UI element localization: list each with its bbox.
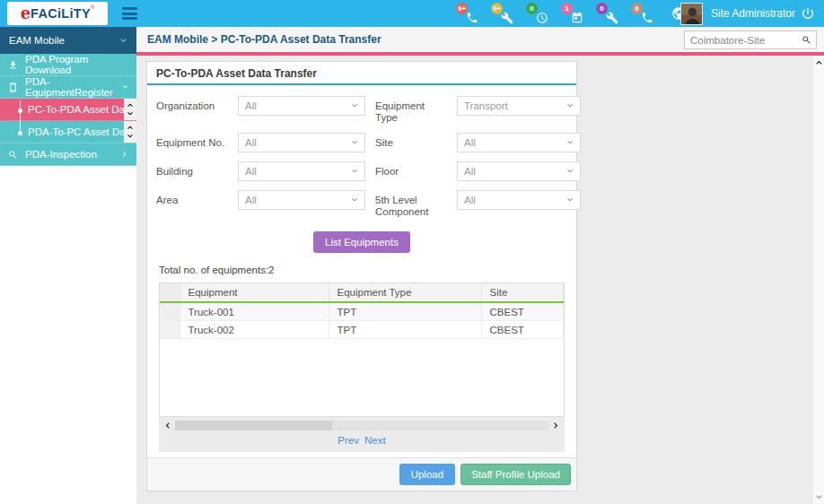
- submenu-scroll-control[interactable]: [124, 99, 136, 120]
- table-header-equipment[interactable]: Equipment: [180, 283, 329, 302]
- workorders-notification-button[interactable]: 9+: [491, 2, 514, 26]
- submenu-scroll-control[interactable]: [124, 121, 136, 143]
- row-gutter: [160, 302, 180, 321]
- workorders-badge: 9+: [491, 3, 503, 14]
- list-equipments-button[interactable]: List Equipments: [313, 231, 410, 253]
- chevron-down-icon: [127, 110, 134, 117]
- table-row[interactable]: Truck-002 TPT CBEST: [160, 321, 564, 339]
- scroll-up-icon[interactable]: [815, 58, 823, 66]
- equipments-table: Equipment Equipment Type Site Truck-001 …: [160, 283, 564, 339]
- chevron-down-icon: [566, 196, 574, 204]
- chevron-left-icon: [163, 421, 171, 430]
- chevron-down-icon: [351, 196, 358, 204]
- wrench-icon: [501, 12, 513, 24]
- staff-profile-upload-button[interactable]: Staff Profile Upload: [460, 464, 571, 485]
- selected-value: All: [464, 195, 476, 205]
- prev-page-link[interactable]: Prev: [337, 435, 359, 446]
- clock-icon: [536, 12, 548, 24]
- chevron-up-icon: [127, 124, 134, 131]
- bullet-icon: [18, 131, 22, 135]
- app-window: eFACiLiTY® 9+ 9+ 0 1 0: [0, 0, 824, 504]
- bullet-icon: [18, 109, 22, 113]
- sidebar-item-pda-equipment-register[interactable]: PDA-EquipmentRegister: [0, 76, 136, 99]
- cell-equipment: Truck-001: [180, 302, 329, 321]
- cell-site: CBEST: [481, 321, 564, 339]
- floor-select[interactable]: All: [457, 161, 581, 181]
- equipment-type-select[interactable]: Transport: [457, 96, 581, 116]
- phone-icon: [466, 12, 478, 24]
- site-search-box: [684, 30, 817, 49]
- scroll-left-button[interactable]: [163, 421, 171, 430]
- module-selector-dropdown[interactable]: EAM Mobile: [0, 27, 136, 54]
- building-select[interactable]: All: [238, 161, 365, 181]
- equipments-table-container: Equipment Equipment Type Site Truck-001 …: [159, 282, 565, 417]
- schedule-badge: 1: [561, 3, 573, 14]
- search-icon: [8, 150, 18, 160]
- missed-calls-notification-button[interactable]: 0: [631, 2, 654, 26]
- site-search-input[interactable]: [685, 35, 802, 46]
- scrollbar-track[interactable]: [175, 421, 548, 430]
- organization-select[interactable]: All: [238, 96, 365, 116]
- cell-equipment: Truck-002: [180, 321, 329, 339]
- hamburger-menu-icon[interactable]: [122, 5, 137, 22]
- sidebar-item-pda-inspection[interactable]: PDA-Inspection: [0, 143, 136, 166]
- registered-mark: ®: [91, 4, 94, 10]
- chevron-down-icon: [119, 37, 127, 45]
- calls-notification-button[interactable]: 9+: [456, 2, 479, 26]
- selected-value: All: [245, 100, 257, 111]
- efacility-logo[interactable]: eFACiLiTY®: [7, 2, 108, 25]
- sidebar-item-pc-to-pda-asset-data[interactable]: PC-To-PDA Asset Data: [0, 99, 136, 121]
- pagination: PrevNext: [159, 433, 565, 452]
- power-icon: [801, 6, 815, 21]
- selected-value: All: [464, 166, 476, 177]
- sidebar-subitem-label: PC-To-PDA Asset Data: [28, 104, 134, 115]
- sidebar-item-pda-to-pc-asset-data[interactable]: PDA-To-PC Asset Data: [0, 121, 136, 143]
- equipment-no-select[interactable]: All: [238, 133, 365, 152]
- total-equipments-label: Total no. of equipments:2: [147, 256, 576, 278]
- pending-time-notification-button[interactable]: 0: [526, 2, 549, 26]
- module-selector-label: EAM Mobile: [9, 35, 65, 46]
- search-icon[interactable]: [802, 35, 811, 45]
- site-select[interactable]: All: [457, 133, 581, 152]
- schedule-notification-button[interactable]: 1: [561, 2, 584, 26]
- mobile-device-icon: [8, 83, 18, 92]
- sidebar-item-label: PDA Program Download: [25, 54, 128, 75]
- top-header: eFACiLiTY® 9+ 9+ 0 1 0: [0, 0, 824, 27]
- table-row[interactable]: Truck-001 TPT CBEST: [160, 302, 564, 321]
- maintenance-notification-button[interactable]: 0: [596, 2, 619, 26]
- field-label-area: Area: [156, 190, 228, 218]
- main-content: PC-To-PDA Asset Data Transfer Organizati…: [136, 54, 824, 504]
- table-header-equipment-type[interactable]: Equipment Type: [329, 283, 481, 302]
- calls-badge: 9+: [456, 3, 468, 14]
- sidebar-subitem-label: PDA-To-PC Asset Data: [28, 126, 134, 137]
- panel-footer: Upload Staff Profile Upload: [147, 457, 576, 491]
- area-select[interactable]: All: [238, 190, 365, 210]
- horizontal-scrollbar: [159, 417, 565, 433]
- user-profile-button[interactable]: Site Administrator: [680, 0, 795, 27]
- cell-equipment-type: TPT: [329, 321, 481, 339]
- sidebar-item-pda-program-download[interactable]: PDA Program Download: [0, 54, 136, 76]
- chevron-down-icon: [351, 168, 358, 175]
- scrollbar-thumb[interactable]: [175, 421, 332, 430]
- missed-calls-badge: 0: [631, 3, 643, 14]
- logo-prefix: e: [21, 5, 31, 22]
- table-header-row: Equipment Equipment Type Site: [160, 283, 564, 302]
- asset-data-transfer-panel: PC-To-PDA Asset Data Transfer Organizati…: [146, 61, 577, 491]
- breadcrumb-bar: EAM Mobile > PC-To-PDA Asset Data Transf…: [136, 27, 824, 54]
- breadcrumb: EAM Mobile > PC-To-PDA Asset Data Transf…: [147, 33, 381, 46]
- cell-equipment-type: TPT: [329, 302, 481, 321]
- table-header-gutter: [160, 283, 180, 302]
- maintenance-badge: 0: [596, 3, 608, 14]
- fifth-level-component-select[interactable]: All: [457, 190, 581, 210]
- secondary-bar: EAM Mobile EAM Mobile > PC-To-PDA Asset …: [0, 27, 824, 54]
- upload-button[interactable]: Upload: [399, 464, 455, 485]
- logo-text: FACiLiTY: [31, 6, 91, 21]
- scroll-down-icon[interactable]: [815, 493, 823, 501]
- vertical-scrollbar: [813, 56, 824, 504]
- next-page-link[interactable]: Next: [364, 435, 386, 446]
- logout-button[interactable]: [801, 6, 815, 24]
- scroll-right-button[interactable]: [552, 421, 560, 430]
- table-header-site[interactable]: Site: [481, 283, 564, 302]
- filter-form: Organization All Equipment Type Transpor…: [147, 85, 576, 223]
- wrench-icon: [606, 12, 618, 24]
